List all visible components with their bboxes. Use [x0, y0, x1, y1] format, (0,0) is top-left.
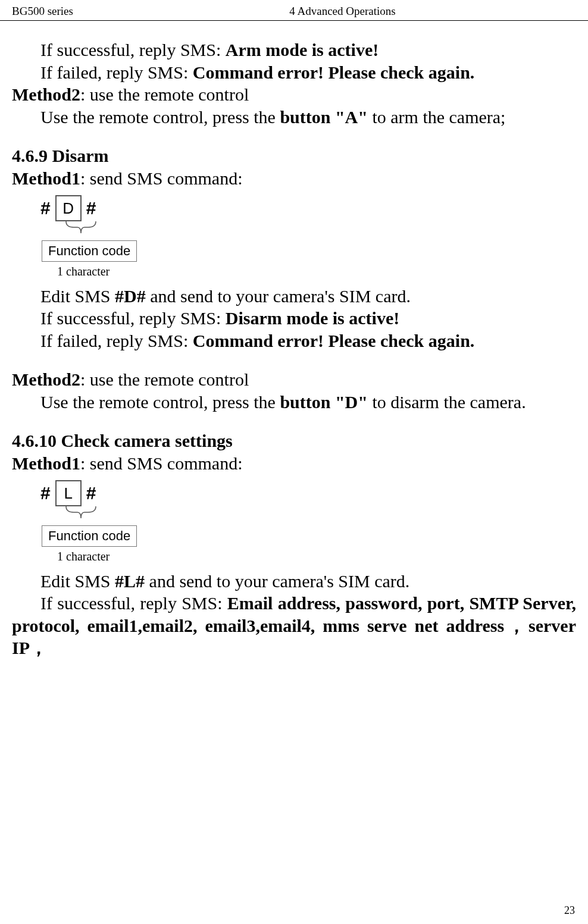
edit-sms-post: and send to your camera's SIM card.: [146, 286, 411, 306]
hash-icon: #: [40, 197, 51, 220]
disarm-remote-pre: Use the remote control, press the: [40, 392, 280, 412]
method2-label: Method2: [12, 369, 80, 389]
diagram-d-top: # D #: [40, 195, 171, 221]
char-count-label: 1 character: [57, 264, 171, 279]
success-prefix: If successful, reply SMS:: [40, 40, 226, 59]
method1-label: Method1: [12, 453, 80, 473]
fail-msg: Command error! Please check again.: [193, 331, 475, 350]
method2-rest: : use the remote control: [80, 84, 249, 104]
section-4610-heading: 4.6.10 Check camera settings: [12, 430, 576, 452]
arm-success-line: If successful, reply SMS: Arm mode is ac…: [12, 39, 576, 61]
method1-rest: : send SMS command:: [80, 168, 243, 188]
function-code-box: Function code: [42, 525, 137, 547]
section-469-heading: 4.6.9 Disarm: [12, 145, 576, 167]
arm-remote-instruction: Use the remote control, press the button…: [12, 106, 576, 129]
diagram-l-top: # L #: [40, 480, 171, 506]
disarm-fail-line: If failed, reply SMS: Command error! Ple…: [12, 330, 576, 352]
arm-method2-heading: Method2: use the remote control: [12, 83, 576, 106]
method1-rest: : send SMS command:: [80, 453, 243, 473]
disarm-edit-sms: Edit SMS #D# and send to your camera's S…: [12, 285, 576, 308]
success-prefix: If successful, reply SMS:: [40, 308, 226, 328]
letter-l-box: L: [55, 480, 82, 506]
fail-prefix: If failed, reply SMS:: [40, 331, 193, 350]
arm-remote-pre: Use the remote control, press the: [40, 107, 280, 127]
success-prefix: If successful, reply SMS:: [40, 593, 227, 613]
method1-label: Method1: [12, 168, 80, 188]
page-content: If successful, reply SMS: Arm mode is ac…: [0, 21, 588, 659]
settings-edit-sms: Edit SMS #L# and send to your camera's S…: [12, 570, 576, 593]
arm-button-a: button "A": [280, 107, 368, 127]
page-number: 23: [564, 904, 575, 917]
char-count-label: 1 character: [57, 549, 171, 564]
method2-rest: : use the remote control: [80, 369, 249, 389]
letter-d-box: D: [55, 195, 82, 221]
sms-diagram-l: # L # Function code 1 character: [40, 480, 171, 564]
hash-icon: #: [40, 482, 51, 505]
method2-label: Method2: [12, 84, 80, 104]
hash-icon: #: [86, 482, 96, 505]
settings-method1-heading: Method1: send SMS command:: [12, 452, 576, 475]
sms-diagram-d: # D # Function code 1 character: [40, 195, 171, 279]
fail-msg: Command error! Please check again.: [193, 62, 475, 82]
header-chapter: 4 Advanced Operations: [73, 5, 576, 18]
disarm-method1-heading: Method1: send SMS command:: [12, 167, 576, 190]
function-code-box: Function code: [42, 240, 137, 262]
arm-remote-post: to arm the camera;: [368, 107, 506, 127]
brace-icon: [63, 220, 99, 236]
header-series: BG500 series: [12, 5, 73, 18]
disarm-method2-heading: Method2: use the remote control: [12, 368, 576, 391]
disarm-success-line: If successful, reply SMS: Disarm mode is…: [12, 307, 576, 330]
edit-sms-pre: Edit SMS: [40, 286, 115, 306]
disarm-success-msg: Disarm mode is active!: [226, 308, 399, 328]
code-d: #D#: [115, 286, 146, 306]
disarm-remote-instruction: Use the remote control, press the button…: [12, 391, 576, 414]
arm-success-msg: Arm mode is active!: [226, 40, 379, 59]
edit-sms-post: and send to your camera's SIM card.: [145, 571, 409, 591]
brace-icon: [63, 505, 99, 521]
code-l: #L#: [115, 571, 145, 591]
fail-prefix: If failed, reply SMS:: [40, 62, 193, 82]
arm-fail-line: If failed, reply SMS: Command error! Ple…: [12, 61, 576, 84]
settings-success-line: If successful, reply SMS: Email address,…: [12, 592, 576, 659]
page-header: BG500 series 4 Advanced Operations: [0, 0, 588, 21]
disarm-remote-post: to disarm the camera.: [368, 392, 526, 412]
disarm-button-d: button "D": [280, 392, 368, 412]
hash-icon: #: [86, 197, 96, 220]
edit-sms-pre: Edit SMS: [40, 571, 115, 591]
